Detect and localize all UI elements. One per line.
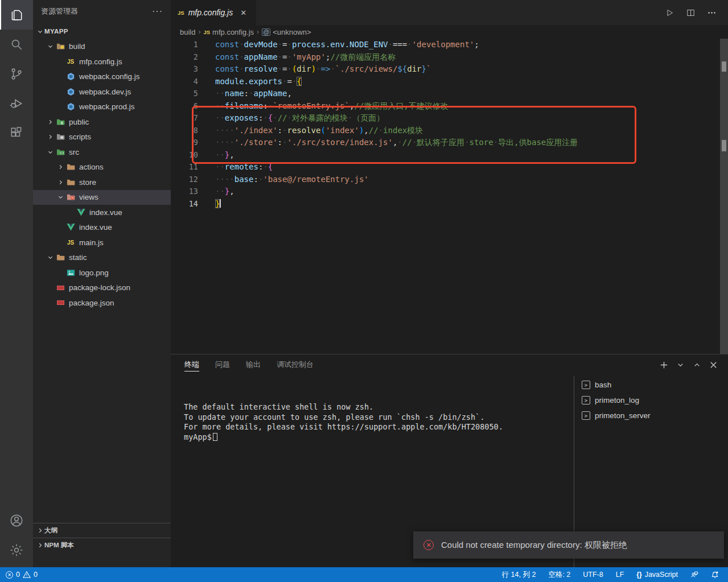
- code-line-2[interactable]: 2const·appName·=·'myApp';//微前端应用名称: [171, 51, 720, 64]
- status-indentation[interactable]: 空格: 2: [548, 570, 570, 580]
- code-line-8[interactable]: 8····'./index':·resolve('index'),//·inde…: [171, 125, 720, 137]
- folder-icon: [65, 178, 76, 187]
- code-line-4[interactable]: 4module.exports·=·{: [171, 76, 720, 88]
- split-icon[interactable]: [686, 8, 696, 18]
- tree-item-myapp[interactable]: MYAPP: [33, 24, 171, 39]
- npm-scripts-section[interactable]: NPM 脚本: [33, 538, 171, 552]
- terminal-prompt[interactable]: myApp$: [184, 432, 503, 443]
- tree-item-label: index.vue: [79, 223, 112, 232]
- tree-item-package-json[interactable]: package.json: [33, 295, 171, 311]
- js-file-icon: JS: [178, 10, 184, 16]
- tree-item-mfp-config-js[interactable]: JSmfp.config.js: [33, 54, 171, 69]
- error-count-icon: ✕: [6, 571, 13, 579]
- code-line-9[interactable]: 9····'./store':·'./src/store/index.js',·…: [171, 137, 720, 149]
- line-number: 9: [171, 137, 198, 149]
- code-line-5[interactable]: 5··name:·appName,: [171, 88, 720, 100]
- close-tab-icon[interactable]: ✕: [240, 9, 246, 17]
- files-icon: [9, 7, 24, 22]
- tree-item-main-js[interactable]: JSmain.js: [33, 235, 171, 250]
- activity-run-debug[interactable]: [0, 89, 33, 118]
- text-cursor: [220, 199, 221, 208]
- account-icon: [9, 513, 24, 528]
- braces-icon: {}: [636, 571, 641, 579]
- status-encoding[interactable]: UTF-8: [583, 571, 603, 579]
- tree-item-label: logo.png: [79, 269, 109, 277]
- new-terminal-icon[interactable]: [660, 361, 668, 369]
- tab-mfp-config[interactable]: JS mfp.config.js ✕: [171, 0, 256, 25]
- tree-item-views[interactable]: views: [33, 190, 171, 205]
- code-line-12[interactable]: 12····base:·'base@/remoteEntry.js': [171, 174, 720, 186]
- more-actions-icon[interactable]: ···: [152, 6, 163, 16]
- panel-tab-调试控制台[interactable]: 调试控制台: [277, 354, 314, 375]
- code-line-10[interactable]: 10··},: [171, 149, 720, 162]
- terminal-dropdown-icon[interactable]: [676, 361, 685, 369]
- webpack-icon: [65, 72, 76, 81]
- code-line-1[interactable]: 1const·devMode·=·process.env.NODE_ENV·==…: [171, 39, 720, 51]
- status-notifications-bell[interactable]: [711, 571, 719, 579]
- status-feedback[interactable]: [690, 571, 698, 579]
- tree-item-build[interactable]: build: [33, 39, 171, 55]
- status-language-mode[interactable]: {}JavaScript: [636, 571, 678, 579]
- status-cursor-position[interactable]: 行 14, 列 2: [502, 570, 536, 580]
- tree-item-logo-png[interactable]: logo.png: [33, 265, 171, 280]
- tree-item-package-lock-json[interactable]: package-lock.json: [33, 280, 171, 296]
- code-line-3[interactable]: 3const·resolve·=·(dir)·=>·`./src/views/$…: [171, 63, 720, 76]
- line-number: 6: [171, 100, 198, 113]
- tree-item-public[interactable]: public: [33, 114, 171, 130]
- tree-item-actions[interactable]: actions: [33, 160, 171, 175]
- maximize-panel-icon[interactable]: [693, 361, 701, 369]
- breadcrumb-segment[interactable]: @<unknown>: [262, 28, 311, 36]
- activity-extensions[interactable]: [0, 118, 33, 148]
- tree-item-webpack-prod-js[interactable]: webpack.prod.js: [33, 100, 171, 115]
- run-icon[interactable]: [665, 8, 674, 18]
- terminal-icon: >: [582, 411, 590, 420]
- explorer-sidebar: 资源管理器 ··· MYAPPbuildJSmfp.config.jswebpa…: [33, 0, 171, 567]
- tree-item-webpack-config-js[interactable]: webpack.config.js: [33, 69, 171, 85]
- line-number: 11: [171, 161, 198, 174]
- activity-settings[interactable]: [0, 535, 33, 565]
- breadcrumb-segment[interactable]: build: [180, 28, 195, 36]
- extensions-icon: [9, 126, 24, 141]
- folder-views-icon: [65, 193, 76, 202]
- code-line-11[interactable]: 11··remotes:·{: [171, 161, 720, 174]
- activity-explorer[interactable]: [0, 0, 33, 30]
- tree-item-webpack-dev-js[interactable]: webpack.dev.js: [33, 84, 171, 100]
- status-eol[interactable]: LF: [616, 571, 624, 579]
- terminal-output[interactable]: The default interactive shell is now zsh…: [184, 402, 503, 442]
- tree-item-label: store: [79, 178, 96, 187]
- code-line-6[interactable]: 6··filename:·`remoteEntry.js`,//微应用入口,不建…: [171, 100, 720, 113]
- problems-indicator[interactable]: ✕ 0 0: [6, 571, 38, 579]
- activity-accounts[interactable]: [0, 506, 33, 535]
- folder-public-icon: [55, 117, 66, 126]
- terminal-line: The default interactive shell is now zsh…: [184, 402, 503, 412]
- activity-source-control[interactable]: [0, 59, 33, 89]
- chevron-down-icon: [35, 27, 44, 36]
- breadcrumb-segment[interactable]: JSmfp.config.js: [203, 28, 254, 36]
- terminal-session-primeton_log[interactable]: >primeton_log: [576, 393, 728, 408]
- panel-tab-问题[interactable]: 问题: [215, 354, 230, 375]
- chevron-right-icon: [56, 178, 65, 187]
- more-icon[interactable]: [707, 8, 717, 18]
- terminal-session-bash[interactable]: >bash: [576, 377, 728, 393]
- tree-item-index-vue[interactable]: index.vue: [33, 205, 171, 220]
- editor-scrollbar[interactable]: [720, 39, 728, 354]
- tree-item-index-vue[interactable]: index.vue: [33, 220, 171, 236]
- tree-item-label: build: [69, 42, 85, 51]
- code-line-7[interactable]: 7··exposes:·{·//·对外暴露的模块·（页面）: [171, 112, 720, 125]
- tree-item-static[interactable]: static: [33, 250, 171, 266]
- close-panel-icon[interactable]: [709, 361, 718, 369]
- code-line-14[interactable]: 14}: [171, 198, 720, 210]
- error-notification[interactable]: ✕ Could not create temporary directory: …: [413, 531, 724, 559]
- code-line-13[interactable]: 13··},: [171, 185, 720, 198]
- activity-search[interactable]: [0, 30, 33, 59]
- tree-item-src[interactable]: src: [33, 145, 171, 160]
- panel-tab-终端[interactable]: 终端: [184, 354, 199, 375]
- panel-tab-输出[interactable]: 输出: [246, 354, 261, 375]
- line-number: 1: [171, 39, 198, 51]
- chevron-down-icon: [46, 42, 55, 51]
- outline-section[interactable]: 大纲: [33, 523, 171, 538]
- tree-item-scripts[interactable]: scripts: [33, 130, 171, 145]
- line-number: 12: [171, 174, 198, 186]
- terminal-session-primeton_server[interactable]: >primeton_server: [576, 408, 728, 423]
- tree-item-store[interactable]: store: [33, 175, 171, 190]
